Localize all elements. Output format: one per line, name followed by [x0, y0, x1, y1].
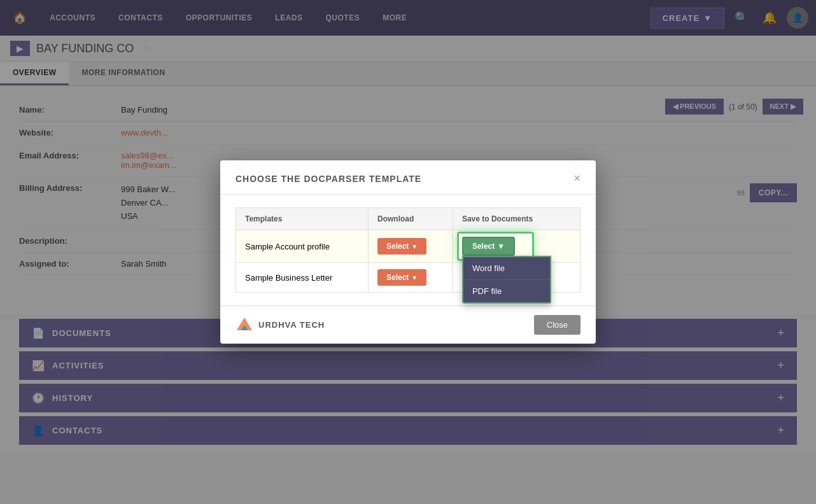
download-select-btn-2[interactable]: Select ▼: [377, 269, 426, 286]
template-name-2: Sample Business Letter: [236, 263, 369, 293]
urdhva-logo-icon: [236, 316, 253, 334]
modal-overlay[interactable]: CHOOSE THE DOCPARSER TEMPLATE × Template…: [0, 0, 816, 504]
col-download: Download: [368, 208, 453, 230]
modal-title: CHOOSE THE DOCPARSER TEMPLATE: [236, 174, 421, 184]
pdf-file-option[interactable]: PDF file: [463, 280, 550, 302]
download-cell-2: Select ▼: [368, 263, 453, 293]
templates-table: Templates Download Save to Documents Sam…: [236, 207, 580, 293]
save-dropdown-menu: Word file PDF file: [462, 256, 551, 304]
download-select-btn-1[interactable]: Select ▼: [377, 238, 426, 255]
modal: CHOOSE THE DOCPARSER TEMPLATE × Template…: [220, 160, 596, 344]
col-templates: Templates: [236, 208, 369, 230]
template-name-1: Sample Account profile: [236, 230, 369, 263]
col-save: Save to Documents: [453, 208, 580, 230]
modal-footer: URDHVA TECH Close: [220, 305, 596, 344]
download-cell-1: Select ▼: [368, 230, 453, 263]
urdhva-text: URDHVA TECH: [258, 320, 325, 330]
save-caret-icon: ▼: [497, 242, 505, 251]
modal-body: Templates Download Save to Documents Sam…: [220, 195, 596, 305]
table-row: Sample Account profile Select ▼: [236, 230, 580, 263]
caret-icon: ▼: [411, 243, 418, 250]
modal-header: CHOOSE THE DOCPARSER TEMPLATE ×: [220, 160, 596, 195]
caret-icon-2: ▼: [411, 274, 418, 281]
word-file-option[interactable]: Word file: [463, 257, 550, 280]
modal-close-button[interactable]: ×: [573, 172, 580, 185]
urdhva-logo: URDHVA TECH: [236, 316, 325, 334]
modal-close-footer-button[interactable]: Close: [534, 315, 580, 335]
save-cell-1: Select ▼ Word file PDF file: [453, 230, 580, 263]
save-select-btn-1[interactable]: Select ▼: [462, 237, 515, 256]
save-dropdown-wrapper: Select ▼ Word file PDF file: [462, 237, 515, 256]
